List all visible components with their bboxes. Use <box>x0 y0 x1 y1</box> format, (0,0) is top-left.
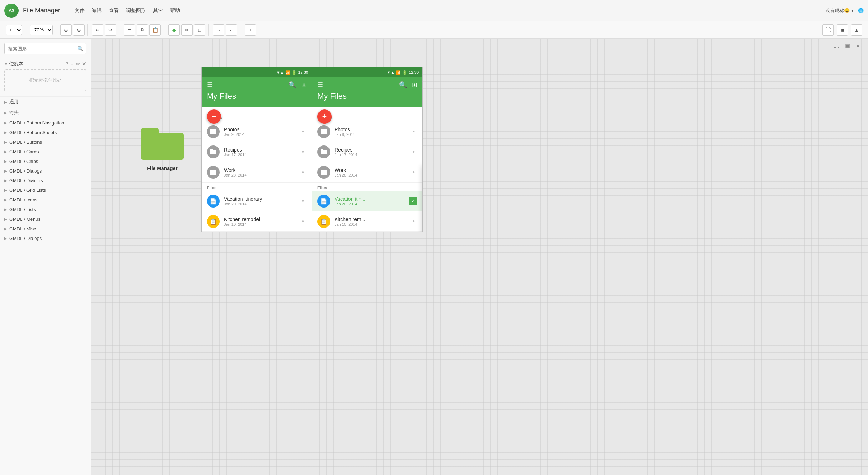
file-item-kitchen-1[interactable]: 📋 Kitchen remodel Jan 10, 2014 • <box>202 211 312 232</box>
favorites-help-icon[interactable]: ? <box>66 61 68 67</box>
fab-button-1[interactable]: + <box>207 109 221 124</box>
more-icon-kitchen-1[interactable]: • <box>300 218 307 225</box>
search-input[interactable] <box>5 44 75 53</box>
favorites-close-icon[interactable]: ✕ <box>82 61 86 67</box>
sidebar-item-dialogs2[interactable]: ▶ GMDL / Dialogs <box>0 234 91 243</box>
line-color-button[interactable]: ✏ <box>181 24 193 36</box>
doc-icon-vacation-1: 📄 <box>207 195 220 208</box>
file-item-photos-2[interactable]: Photos Jan 9, 2014 • <box>312 122 422 142</box>
sidebar-item-lists[interactable]: ▶ GMDL / Lists <box>0 205 91 214</box>
paste-button[interactable]: 📋 <box>149 24 161 36</box>
globe-icon[interactable]: 🌐 <box>858 8 864 13</box>
search-button[interactable]: 🔍 <box>75 43 86 54</box>
context-menu-preview[interactable]: Preview <box>422 164 423 182</box>
file-item-recipes-2[interactable]: Recipes Jan 17, 2014 • <box>312 142 422 162</box>
file-item-work-1[interactable]: Work Jan 28, 2014 • <box>202 162 312 183</box>
sidebar-item-buttons[interactable]: ▶ GMDL / Buttons <box>0 137 91 147</box>
more-icon-work-1[interactable]: • <box>300 169 307 176</box>
fab-button-2[interactable]: + <box>317 109 332 124</box>
menu-view[interactable]: 查看 <box>109 7 119 14</box>
sidebar-item-chips[interactable]: ▶ GMDL / Chips <box>0 157 91 166</box>
more-icon-recipes-2[interactable]: • <box>410 148 417 155</box>
zoom-select[interactable]: 70% <box>30 25 53 35</box>
grid-icon-2[interactable]: ⊞ <box>412 81 417 89</box>
title-bar: YA File Manager 文件 编辑 查看 调整图形 其它 帮助 没有昵称… <box>0 0 868 21</box>
sidebar-item-menus[interactable]: ▶ GMDL / Menus <box>0 214 91 224</box>
hamburger-icon-1[interactable]: ☰ <box>207 81 213 89</box>
sidebar-item-cards[interactable]: ▶ GMDL / Cards <box>0 147 91 157</box>
redo-button[interactable]: ↪ <box>105 24 116 36</box>
context-menu-copy[interactable]: Make a copy <box>422 216 423 232</box>
add-button[interactable]: ＋ <box>245 24 256 36</box>
menu-other[interactable]: 其它 <box>153 7 163 14</box>
sidebar: 🔍 ▼ 便笺本 ? + ✏ ✕ 把元素拖至此处 ▶ <box>0 39 91 475</box>
context-menu: Preview Share Get link <box>422 164 423 232</box>
undo-button[interactable]: ↩ <box>92 24 103 36</box>
sidebar-item-bottom-sheets[interactable]: ▶ GMDL / Bottom Sheets <box>0 128 91 137</box>
favorites-add-icon[interactable]: + <box>71 61 73 67</box>
signal-icon-1: ▼▲ <box>276 70 284 75</box>
connect-button[interactable]: → <box>213 24 224 36</box>
category-arrow: ▶ <box>4 217 7 221</box>
file-item-vacation-2[interactable]: 📄 Vacation itin... Jan 20, 2014 ✓ <box>312 191 422 211</box>
waypoint-button[interactable]: ⌐ <box>226 24 237 36</box>
favorites-section: ▼ 便笺本 ? + ✏ ✕ 把元素拖至此处 <box>0 58 91 97</box>
more-icon-recipes-1[interactable]: • <box>300 148 307 155</box>
sidebar-item-bottom-nav[interactable]: ▶ GMDL / Bottom Navigation <box>0 118 91 128</box>
menu-adjust[interactable]: 调整图形 <box>126 7 146 14</box>
menu-help[interactable]: 帮助 <box>170 7 180 14</box>
more-icon-photos-1[interactable]: • <box>300 128 307 135</box>
zoom-in-button[interactable]: ⊕ <box>60 24 72 36</box>
sidebar-item-grid-lists[interactable]: ▶ GMDL / Grid Lists <box>0 185 91 195</box>
folder-icon-recipes-1 <box>207 145 220 158</box>
sidebar-item-icons[interactable]: ▶ GMDL / Icons <box>0 195 91 205</box>
sidebar-item-arrows[interactable]: ▶ 箭头 <box>0 107 91 118</box>
sidebar-item-general[interactable]: ▶ 通用 <box>0 97 91 107</box>
more-icon-work-2[interactable]: • <box>410 169 417 176</box>
fill-color-button[interactable]: ◆ <box>168 24 180 36</box>
favorites-edit-icon[interactable]: ✏ <box>76 61 80 67</box>
menu-file[interactable]: 文件 <box>75 7 85 14</box>
more-icon-kitchen-2[interactable]: • <box>410 218 417 225</box>
category-arrow: ▶ <box>4 236 7 240</box>
zoom-out-button[interactable]: ⊖ <box>73 24 85 36</box>
file-item-work-2[interactable]: Work Jan 28, 2014 • <box>312 162 422 183</box>
expand-button[interactable]: ⛶ <box>832 41 841 50</box>
header-icons-2: 🔍 ⊞ <box>399 81 417 89</box>
shape-button[interactable]: □ <box>194 24 205 36</box>
sidebar-item-dialogs[interactable]: ▶ GMDL / Dialogs <box>0 166 91 176</box>
more-icon-vacation-1[interactable]: • <box>300 198 307 205</box>
copy-button[interactable]: ⧉ <box>137 24 148 36</box>
sidebar-item-dividers[interactable]: ▶ GMDL / Dividers <box>0 176 91 185</box>
fullscreen-button[interactable]: ⛶ <box>822 24 834 36</box>
grid-icon-1[interactable]: ⊞ <box>301 81 307 89</box>
search-icon-2[interactable]: 🔍 <box>399 81 407 89</box>
file-item-vacation-1[interactable]: 📄 Vacation itinerary Jan 20, 2014 • <box>202 191 312 211</box>
panel-toggle-button[interactable]: ▣ <box>837 24 848 36</box>
folder-icon-work-1 <box>207 166 220 179</box>
layout-select[interactable]: □ <box>6 25 22 35</box>
app-header-2: ☰ 🔍 ⊞ My Files <box>312 77 422 107</box>
file-item-kitchen-2[interactable]: 📋 Kitchen rem... Jan 10, 2014 • <box>312 211 422 232</box>
file-item-recipes-1[interactable]: Recipes Jan 17, 2014 • <box>202 142 312 162</box>
category-arrow: ▶ <box>4 198 7 202</box>
panel-button[interactable]: ▣ <box>843 41 852 50</box>
context-menu-share[interactable]: Share <box>422 182 423 199</box>
menu-edit[interactable]: 编辑 <box>92 7 102 14</box>
hamburger-icon-2[interactable]: ☰ <box>317 81 323 89</box>
folder-icon-photos-2 <box>317 125 330 138</box>
sidebar-item-misc[interactable]: ▶ GMDL / Misc <box>0 224 91 234</box>
context-menu-get-link[interactable]: Get link <box>422 199 423 216</box>
up-button[interactable]: ▲ <box>854 41 862 50</box>
more-icon-photos-2[interactable]: • <box>410 128 417 135</box>
app-icon: YA <box>4 4 19 18</box>
delete-button[interactable]: 🗑 <box>124 24 135 36</box>
wifi-icon-2: 📶 <box>396 70 401 75</box>
file-item-photos-1[interactable]: Photos Jan 9, 2014 • <box>202 122 312 142</box>
title-right: 没有昵称😄 ▾ 🌐 <box>826 7 864 14</box>
canvas-area[interactable]: File Manager ▼▲ 📶 🔋 12:30 ☰ 🔍 ⊞ <box>91 39 868 475</box>
collapse-button[interactable]: ▲ <box>851 24 862 36</box>
svg-rect-1 <box>210 150 216 154</box>
search-icon-1[interactable]: 🔍 <box>289 81 296 89</box>
user-label[interactable]: 没有昵称😄 ▾ <box>826 7 854 14</box>
